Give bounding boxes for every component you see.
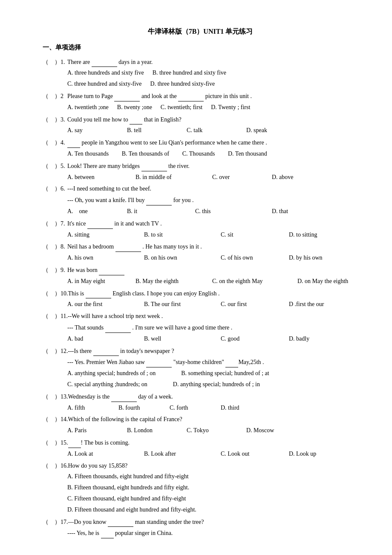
paren-11: （ [43,311,55,321]
qtext-3: Could you tell me how to that in English… [67,114,358,125]
option-11c: C. good [221,334,280,344]
option-16a: A. Fifteen thousands, eight hundred and … [43,471,358,482]
option-10d: D .first the our [289,299,324,309]
option-16d: D. Fifteen thousand and eight hundred an… [43,505,358,515]
option-2a: A. twentieth ;one [67,102,109,113]
question-2: （ ）2 Please turn to Page and look at the… [43,91,358,113]
option-13c: C. forth [170,403,212,413]
question-14: （ ）14. Which of the following is the cap… [43,414,358,436]
option-16c: C. Fifteen thousand, eight hundred and f… [43,494,358,504]
qnum-4: ）4. [55,138,67,148]
qnum-6: ）6. [55,184,67,194]
option-14d: D. Moscow [246,425,274,436]
question-16: （ ）16. How do you say 15,858? A. Fifteen… [43,461,358,515]
option-9a: A. in May eight [67,276,127,286]
qnum-11: ）11. [55,311,68,321]
question-9: （ ）9. He was born A. in May eight B. May… [43,265,358,286]
option-12a: A. anything special; hundreds of ; on [67,368,156,379]
option-9c: C. on the eighth May [212,276,289,286]
qnum-15: ）15. [55,438,68,448]
question-12: （ ）12. ---Is there in today's newspaper … [43,346,358,390]
option-4a: A. Ten thousands [67,149,113,159]
qnum-13: ）13. [55,392,68,402]
option-6c: C. this [195,206,263,217]
qnum-8: ）8. [55,242,67,252]
option-10a: A. our the first [67,299,135,309]
option-7d: D. to sitting [289,230,317,240]
option-11b: B. well [144,334,212,344]
option-10c: C. our first [221,299,280,309]
qtext-13: Wednesday is the day of a week. [68,391,358,402]
option-5d: D. above [272,172,294,182]
option-15c: C. Look out [221,449,280,459]
qtext-14: Which of the following is the capital of… [68,414,358,425]
q11-subline: --- That sounds . I'm sure we will have … [43,322,358,333]
qtext-12: ---Is there in today's newspaper ? [68,346,358,356]
question-7: （ ）7. It's nice in it and watch TV . A. … [43,218,358,240]
option-12b: B. something special; hundred of ; at [181,368,269,379]
qtext-15: ! The bus is coming. [68,437,358,448]
question-15: （ ）15. ! The bus is coming. A. Look at B… [43,437,358,459]
option-7a: A. sitting [67,230,135,240]
qnum-2: ）2 [55,91,67,101]
qtext-17: —Do you know man standing under the tree… [68,517,358,527]
qtext-10: This is English class. I hope you can en… [68,288,358,299]
q6-subline: --- Oh, you want a knife. I'll buy for y… [43,195,358,205]
question-11: （ ）11. --We will have a school trip next… [43,311,358,344]
option-3c: C. talk [187,125,238,136]
question-5: （ ）5. Look! There are many bridges the r… [43,161,358,182]
option-5c: C. over [212,172,263,182]
question-6: （ ）6. ---I need something to cut the bee… [43,184,358,216]
qtext-1: There are days in a year. [67,57,358,67]
option-14b: B. London [127,425,178,436]
qtext-5: Look! There are many bridges the river. [67,161,358,171]
qnum-1: ）1. [55,57,67,67]
qnum-16: ）16. [55,461,68,471]
paren-13: （ [43,392,55,402]
paren-12: （ [43,346,55,356]
option-1b: B. three hundred and sixty five [153,68,226,78]
option-11a: A. bad [67,334,135,344]
qnum-10: ）10. [55,289,68,299]
question-17: （ ）17. —Do you know man standing under t… [43,517,358,539]
question-1: （ ）1. There are days in a year. A. three… [43,57,358,89]
option-1c: C. three hundred and sixty-five [67,79,142,89]
paren-2: （ [43,91,55,101]
option-2b: B. twenty ;one [117,102,152,113]
option-16b: B. Fifteen thousand, eight hundreds and … [43,483,358,493]
paren-3: （ [43,115,55,125]
option-6a: A. one [67,206,118,217]
option-4d: D. Ten thousand [228,149,267,159]
qnum-5: ）5. [55,161,67,171]
option-5a: A. between [67,172,127,182]
qtext-4: people in Yangzhou went to see Liu Qian'… [67,137,358,148]
qtext-11: --We will have a school trip next week . [68,311,358,321]
paren-15: （ [43,438,55,448]
paren-5: （ [43,161,55,171]
paren-6: （ [43,184,55,194]
paren-10: （ [43,289,55,299]
option-1a: A. three hundreds and sixty five [67,68,144,78]
option-6b: B. it [127,206,187,217]
option-7b: B. to sit [144,230,212,240]
option-10b: B. The our first [144,299,212,309]
option-15a: A. Look at [67,449,135,459]
qnum-7: ）7. [55,219,67,229]
option-8a: A. his own [67,253,135,263]
qtext-6: ---I need something to cut the beef. [67,184,358,194]
qnum-12: ）12. [55,346,68,356]
question-3: （ ）3. Could you tell me how to that in E… [43,114,358,136]
option-12d: D. anything special; hundreds of ; in [173,379,260,390]
option-14c: C. Tokyo [187,425,238,436]
qnum-17: ）17. [55,517,68,527]
qnum-3: ）3. [55,115,67,125]
option-15d: D. Look up [289,449,316,459]
option-4c: C. Thousands [182,149,219,159]
qtext-2: Please turn to Page and look at the pict… [67,91,358,101]
q17-subline: ---- Yes, he is popular singer in China. [43,528,358,538]
section-title: 一、单项选择 [43,42,358,53]
option-13d: D. third [221,403,239,413]
paren-9: （ [43,265,55,275]
option-4b: B. Ten thousands of [122,149,174,159]
qtext-7: It's nice in it and watch TV . [67,218,358,229]
